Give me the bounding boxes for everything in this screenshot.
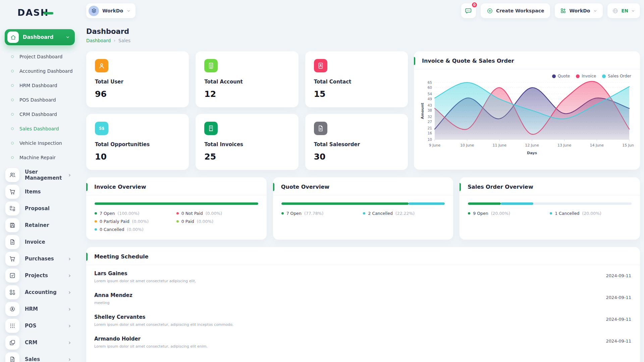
overview-legend-item: 2 Cancelled (22.22%)	[363, 211, 445, 216]
stat-card: Total Invoices 25	[196, 114, 298, 170]
meeting-description: Lorem ipsum dolor sit amet consectetur, …	[94, 344, 632, 349]
sidebar-subitem-sales-dashboard[interactable]: Sales Dashboard	[0, 121, 79, 136]
sidebar-item-purchases[interactable]: Purchases ›	[0, 250, 79, 267]
legend-percentage: (77.78%)	[304, 211, 323, 216]
svg-text:15 June: 15 June	[622, 143, 634, 147]
meeting-row[interactable]: Lars Gaines Lorem ipsum dolor sit amet c…	[86, 265, 640, 287]
sidebar-subitem-hrm-dashboard[interactable]: HRM Dashboard	[0, 78, 79, 93]
overview-card-title: Quote Overview	[281, 184, 329, 190]
stat-card: Total Account 12	[196, 51, 298, 107]
overview-cards: Invoice Overview 7 Open (100.00%) 0 Not …	[86, 177, 640, 240]
meeting-row[interactable]: Anna Mendez meeting 2024-09-11	[86, 287, 640, 309]
bullet-icon	[11, 70, 14, 72]
legend-dot	[468, 212, 470, 215]
legend-percentage: (22.22%)	[395, 211, 415, 216]
stat-value: 15	[314, 89, 399, 99]
stat-card: Total Contact 15	[305, 51, 408, 107]
overview-legend-item: 0 Not Paid (0.00%)	[176, 211, 258, 216]
sidebar-subitem-project-dashboard[interactable]: Project Dashboard	[0, 49, 79, 64]
sidebar-item-user-management[interactable]: User Management ›	[0, 167, 79, 183]
logo-dash-accent	[43, 12, 53, 14]
stat-cards: Total User 96 Total Account 12 Total Con…	[86, 51, 408, 170]
sidebar-item-label: Proposal	[25, 205, 50, 212]
stat-label: Total User	[95, 79, 180, 85]
legend-label: 2 Cancelled	[368, 211, 394, 216]
sidebar-subitem-label: Project Dashboard	[19, 54, 62, 59]
legend-percentage: (0.00%)	[127, 227, 143, 232]
meeting-date: 2024-09-11	[606, 295, 631, 300]
overview-legend-item: 9 Open (20.00%)	[468, 211, 550, 216]
legend-percentage: (100.00%)	[117, 211, 139, 216]
overview-legend-item: 0 Cancelled (0.00%)	[95, 227, 176, 232]
legend-dot	[552, 74, 556, 78]
svg-text:9 June: 9 June	[429, 143, 441, 147]
sidebar-item-dashboard[interactable]: Dashboard	[5, 29, 75, 45]
stat-value: 25	[204, 152, 289, 162]
sidebar-subitem-label: Sales Dashboard	[19, 126, 59, 131]
legend-percentage: (0.00%)	[206, 211, 222, 216]
legend-dot	[363, 212, 365, 215]
sidebar-item-label: User Management	[25, 169, 68, 181]
svg-text:Amount: Amount	[420, 103, 425, 119]
dollar-icon: S$	[95, 122, 108, 135]
card-accent-bar	[460, 183, 461, 191]
sidebar-item-invoice[interactable]: Invoice ›	[0, 234, 79, 250]
stat-card: S$ Total Opportunities 10	[86, 114, 189, 170]
workdo-menu-button[interactable]: WorkDo	[555, 3, 603, 18]
sidebar-subitem-crm-dashboard[interactable]: CRM Dashboard	[0, 107, 79, 121]
sidebar-item-hrm[interactable]: HRM ›	[0, 301, 79, 317]
chevron-right-icon: ›	[68, 172, 71, 178]
bullet-icon	[11, 84, 14, 87]
sidebar-item-crm[interactable]: CRM ›	[0, 334, 79, 351]
progress-segment	[281, 202, 409, 205]
meeting-description: meeting	[94, 301, 632, 305]
sidebar-subitem-accounting-dashboard[interactable]: Accounting Dashboard	[0, 64, 79, 78]
svg-text:43: 43	[428, 103, 432, 107]
contact-icon	[314, 59, 327, 72]
breadcrumb-current: Sales	[118, 38, 130, 43]
cart-icon	[5, 185, 19, 199]
app-logo[interactable]: DASH	[17, 7, 79, 18]
stat-label: Total Invoices	[204, 141, 289, 147]
svg-text:32: 32	[428, 115, 432, 119]
sidebar-item-projects[interactable]: Projects ›	[0, 267, 79, 284]
sidebar-subitem-pos-dashboard[interactable]: POS Dashboard	[0, 93, 79, 107]
page-title: Dashboard	[86, 27, 640, 36]
messages-button[interactable]: 0	[461, 3, 476, 18]
legend-percentage: (20.00%)	[582, 211, 601, 216]
svg-text:21: 21	[428, 126, 432, 130]
breadcrumb-dashboard[interactable]: Dashboard	[86, 38, 111, 43]
language-selector[interactable]: EN	[607, 3, 640, 18]
svg-text:10: 10	[428, 137, 432, 141]
sidebar-item-accounting[interactable]: Accounting ›	[0, 284, 79, 301]
chart-legend: QuoteInvoiceSales Order	[414, 69, 640, 78]
legend-label: Sales Order	[608, 74, 631, 78]
sidebar-subitem-machine-repair[interactable]: Machine Repair	[0, 150, 79, 165]
sidebar-item-label: Invoice	[25, 239, 45, 245]
chevron-right-icon: ›	[68, 340, 71, 346]
chart-legend-item[interactable]: Invoice	[576, 74, 596, 78]
meeting-row[interactable]: Shelley Cervantes Lorem ipsum dolor sit …	[86, 309, 640, 330]
overview-card-title: Invoice Overview	[94, 184, 146, 190]
sidebar-item-pos[interactable]: POS ›	[0, 317, 79, 334]
create-workspace-button[interactable]: Create Workspace	[481, 3, 550, 18]
chart-legend-item[interactable]: Quote	[552, 74, 570, 78]
stat-label: Total Contact	[314, 79, 399, 85]
stat-label: Total Salesorder	[314, 141, 399, 147]
stat-card: Total Salesorder 30	[305, 114, 408, 170]
dashboard-grid: Total User 96 Total Account 12 Total Con…	[86, 51, 640, 170]
sidebar-item-sales[interactable]: Sales ›	[0, 351, 79, 362]
sidebar-item-retainer[interactable]: Retainer ›	[0, 217, 79, 234]
legend-dot	[95, 228, 97, 231]
bullet-icon	[11, 99, 14, 101]
chevron-down-icon	[65, 35, 70, 40]
workspace-switcher[interactable]: WorkDo	[86, 3, 136, 18]
svg-text:11 June: 11 June	[493, 143, 507, 147]
sidebar-subitem-vehicle-inspection[interactable]: Vehicle Inspection	[0, 136, 79, 150]
sidebar-item-proposal[interactable]: Proposal ›	[0, 200, 79, 217]
overview-card-title: Sales Order Overview	[468, 184, 533, 190]
meeting-row[interactable]: Armando Holder Lorem ipsum dolor sit ame…	[86, 330, 640, 352]
legend-dot	[176, 220, 179, 223]
chart-legend-item[interactable]: Sales Order	[602, 74, 631, 78]
sidebar-item-items[interactable]: Items ›	[0, 183, 79, 200]
